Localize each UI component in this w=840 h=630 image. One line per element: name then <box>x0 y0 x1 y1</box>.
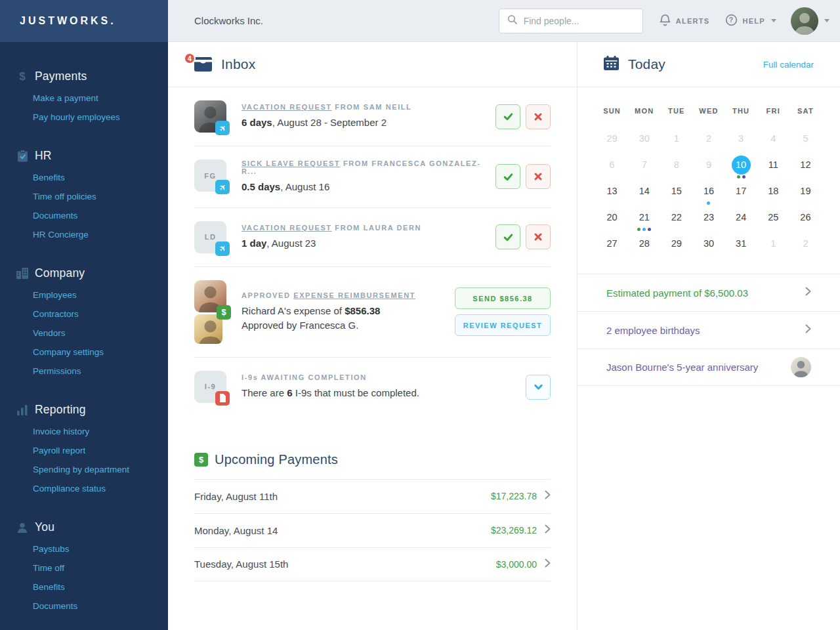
inbox-item-detail: There are 6 I-9s that must be completed. <box>242 386 515 400</box>
user-avatar[interactable] <box>791 7 818 35</box>
calendar-day: 18 <box>757 178 789 204</box>
calendar-day: 2 <box>789 230 822 257</box>
deny-button[interactable] <box>526 164 551 189</box>
payment-amount: $23,269.12 <box>491 525 537 536</box>
review-request-button[interactable]: REVIEW REQUEST <box>455 314 551 336</box>
chevron-down-icon <box>771 19 776 22</box>
sidebar-section-label: You <box>35 520 54 534</box>
calendar-today: 10 <box>732 156 751 175</box>
avatar-column: $ <box>194 280 227 344</box>
deny-button[interactable] <box>526 104 551 129</box>
calendar-day: 21 <box>628 204 660 230</box>
inbox-item-actions <box>495 104 551 129</box>
sidebar-item-paystubs[interactable]: Paystubs <box>0 539 168 558</box>
alerts-button[interactable]: ALERTS <box>659 14 710 28</box>
detail-text: $856.38 <box>345 305 380 316</box>
detail-text: , August 23 <box>266 238 316 249</box>
sidebar-item-vendors[interactable]: Vendors <box>0 324 168 343</box>
sidebar-heading-hr[interactable]: HR <box>0 149 168 163</box>
sidebar-section-hr: HRBenefitsTime off policiesDocumentsHR C… <box>0 149 168 244</box>
calendar-day: 17 <box>725 178 757 204</box>
payment-row[interactable]: Tuesday, August 15th$3,000.00 <box>194 547 551 581</box>
sidebar-heading-payments[interactable]: $Payments <box>0 70 168 83</box>
sidebar-item-compliance-status[interactable]: Compliance status <box>0 479 168 498</box>
employee-avatar <box>791 357 811 377</box>
title-text: APPROVED <box>242 291 293 299</box>
sidebar-item-permissions[interactable]: Permissions <box>0 362 168 381</box>
deny-button[interactable] <box>526 224 551 249</box>
chevron-right-icon <box>545 490 551 502</box>
calendar-day: 24 <box>725 204 757 230</box>
anniversary-row[interactable]: Jason Bourne's 5-year anniversary <box>578 348 840 386</box>
event-label: Jason Bourne's 5-year anniversary <box>606 362 758 373</box>
calendar-day-header: MON <box>628 98 660 125</box>
today-header: Today Full calendar <box>578 42 840 87</box>
event-label: Estimated payment of $6,500.03 <box>606 287 748 299</box>
sidebar-item-make-a-payment[interactable]: Make a payment <box>0 89 168 108</box>
sidebar-item-documents[interactable]: Documents <box>0 206 168 225</box>
document-icon <box>215 391 230 406</box>
upcoming-payments-section: $ Upcoming Payments Friday, August 11th$… <box>168 452 577 581</box>
send-payment-button[interactable]: SEND $856.38 <box>455 287 551 309</box>
sidebar-item-payroll-report[interactable]: Payroll report <box>0 441 168 460</box>
chevron-right-icon <box>805 324 811 336</box>
payment-amount-group: $3,000.00 <box>496 558 551 570</box>
payment-amount-group: $23,269.12 <box>491 524 551 536</box>
calendar-day: 9 <box>692 152 724 178</box>
sidebar-item-documents[interactable]: Documents <box>0 597 168 616</box>
detail-text: 0.5 days <box>242 181 280 192</box>
sidebar-item-hr-concierge[interactable]: HR Concierge <box>0 225 168 244</box>
inbox-item-text: I-9s AWAITING COMPLETIONThere are 6 I-9s… <box>242 373 526 400</box>
approve-button[interactable] <box>495 104 520 129</box>
approve-button[interactable] <box>495 224 520 249</box>
account-chevron-down-icon[interactable] <box>824 19 830 22</box>
sidebar-item-company-settings[interactable]: Company settings <box>0 343 168 362</box>
inbox-item-title-link[interactable]: SICK LEAVE REQUEST <box>242 159 340 167</box>
inbox-item-title-link[interactable]: VACATION REQUEST <box>242 224 332 232</box>
mini-calendar: SUNMONTUEWEDTHUFRISAT2930123456789101112… <box>578 87 840 257</box>
sidebar-section-label: Reporting <box>35 403 86 417</box>
sidebar-item-time-off[interactable]: Time off <box>0 558 168 578</box>
calendar-day: 29 <box>660 230 692 257</box>
dollar-icon: $ <box>217 305 231 320</box>
sidebar-item-benefits[interactable]: Benefits <box>0 168 168 187</box>
dollar-icon: $ <box>16 70 29 83</box>
sidebar-item-employees[interactable]: Employees <box>0 285 168 304</box>
payment-row[interactable]: Monday, August 14$23,269.12 <box>194 513 551 547</box>
search-box[interactable] <box>499 9 643 33</box>
birthdays-row[interactable]: 2 employee birthdays <box>578 311 840 348</box>
search-input[interactable] <box>524 16 635 26</box>
payment-row[interactable]: Friday, August 11th$17,223.78 <box>194 479 551 513</box>
sidebar-heading-company[interactable]: Company <box>0 266 168 280</box>
sidebar-heading-reporting[interactable]: Reporting <box>0 403 168 417</box>
calendar-day: 30 <box>692 230 724 257</box>
payment-date: Monday, August 14 <box>194 525 278 536</box>
sidebar-item-benefits[interactable]: Benefits <box>0 578 168 597</box>
detail-text: , August 16 <box>280 181 329 192</box>
sidebar-item-contractors[interactable]: Contractors <box>0 304 168 324</box>
sidebar-item-invoice-history[interactable]: Invoice history <box>0 422 168 441</box>
sidebar-item-spending-by-department[interactable]: Spending by department <box>0 460 168 479</box>
inbox-item-title-link[interactable]: VACATION REQUEST <box>242 103 332 111</box>
justworks-logo[interactable]: JUSTWORKS. <box>20 15 116 27</box>
help-button[interactable]: ? HELP <box>725 14 776 28</box>
search-icon <box>507 14 518 28</box>
sidebar-section-company: CompanyEmployeesContractorsVendorsCompan… <box>0 266 168 381</box>
sidebar-item-time-off-policies[interactable]: Time off policies <box>0 187 168 206</box>
estimated-payment-row[interactable]: Estimated payment of $6,500.03 <box>578 274 840 311</box>
inbox-item-title: VACATION REQUEST FROM SAM NEILL <box>242 103 485 111</box>
full-calendar-link[interactable]: Full calendar <box>763 60 814 70</box>
sidebar-heading-you[interactable]: You <box>0 520 168 534</box>
help-label: HELP <box>742 17 765 25</box>
inbox-item-title-link[interactable]: EXPENSE REIMBURSEMENT <box>293 291 415 299</box>
calendar-day: 23 <box>692 204 724 230</box>
expand-button[interactable] <box>526 375 551 400</box>
approve-button[interactable] <box>495 164 520 189</box>
calendar-day: 29 <box>596 125 628 152</box>
sidebar-section-reporting: ReportingInvoice historyPayroll reportSp… <box>0 403 168 498</box>
airplane-icon: ✈ <box>215 242 230 256</box>
calendar-day: 22 <box>660 204 692 230</box>
inbox-item-text: VACATION REQUEST FROM SAM NEILL6 days, A… <box>242 103 495 130</box>
help-icon: ? <box>725 14 738 28</box>
sidebar-item-pay-hourly-employees[interactable]: Pay hourly employees <box>0 108 168 127</box>
